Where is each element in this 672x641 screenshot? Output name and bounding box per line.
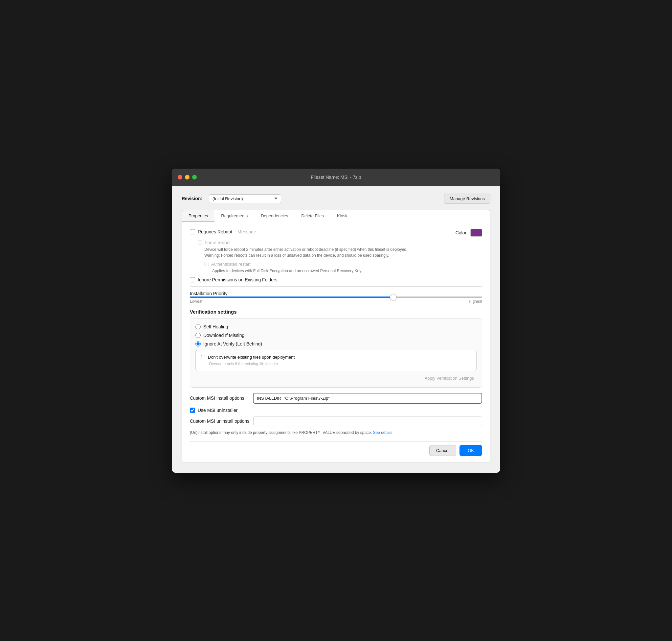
self-healing-label: Self Healing: [203, 324, 228, 329]
authenticated-restart-row: Authenticated restart: [204, 262, 482, 267]
traffic-lights: [178, 175, 197, 179]
authenticated-restart-checkbox[interactable]: [204, 262, 209, 266]
dont-overwrite-label: Don't overwrite existing files upon depl…: [208, 355, 295, 359]
revision-label: Revision:: [182, 196, 202, 201]
dont-overwrite-row: Don't overwrite existing files upon depl…: [201, 355, 471, 359]
use-msi-uninstaller-checkbox[interactable]: [190, 408, 195, 413]
priority-highest-label: Highest: [469, 299, 482, 304]
verification-title: Verification settings: [190, 309, 482, 315]
requires-reboot-checkbox[interactable]: [190, 229, 195, 234]
tab-content-properties: Requires Reboot Message... Color: Force …: [182, 222, 490, 463]
use-msi-uninstaller-row: Use MSI uninstaller: [190, 408, 482, 413]
ignore-at-verify-label: Ignore At Verify (Left Behind): [203, 341, 262, 346]
ignore-at-verify-radio[interactable]: [195, 341, 201, 346]
manage-revisions-button[interactable]: Manage Revisions: [444, 194, 490, 204]
footer-buttons: Cancel OK: [190, 441, 482, 456]
overwrite-box: Don't overwrite existing files upon depl…: [195, 350, 477, 371]
ok-button[interactable]: OK: [460, 445, 482, 456]
close-button[interactable]: [178, 175, 182, 179]
installation-priority-section: Installation Priority: Lowest Highest: [190, 290, 482, 304]
apply-btn-row: Apply Verification Settings: [195, 374, 477, 382]
verification-section: Verification settings Self Healing Downl…: [190, 309, 482, 387]
requires-reboot-group: Requires Reboot Message...: [190, 229, 263, 236]
verification-box: Self Healing Download If Missing Ignore …: [190, 318, 482, 387]
force-reboot-help1: Device will force reboot 2 minutes after…: [204, 247, 407, 252]
message-button[interactable]: Message...: [235, 229, 263, 234]
cancel-button[interactable]: Cancel: [429, 445, 456, 456]
color-label: Color:: [456, 230, 468, 235]
priority-slider-row: [190, 297, 482, 298]
titlebar: Fileset Name: MSI - 7zip: [172, 169, 500, 186]
download-if-missing-label: Download If Missing: [203, 333, 244, 338]
divider1: [190, 286, 482, 287]
force-reboot-help: Device will force reboot 2 minutes after…: [204, 247, 482, 258]
custom-msi-install-row: Custom MSI install options: [190, 393, 482, 404]
force-reboot-row: Force reboot: [198, 240, 482, 245]
apply-verification-button[interactable]: Apply Verification Settings: [422, 374, 477, 382]
custom-msi-uninstall-label: Custom MSI uninstall options: [190, 419, 249, 424]
force-reboot-checkbox[interactable]: [198, 240, 202, 245]
requires-reboot-label: Requires Reboot: [198, 229, 232, 234]
requires-reboot-color-row: Requires Reboot Message... Color:: [190, 229, 482, 237]
authenticated-restart-label: Authenticated restart: [211, 262, 251, 267]
force-reboot-label: Force reboot: [205, 240, 230, 245]
self-healing-radio[interactable]: [195, 324, 201, 329]
main-window: Fileset Name: MSI - 7zip Revision: (Init…: [172, 169, 500, 473]
see-details-link[interactable]: See details: [373, 430, 392, 435]
tabs-bar: Properties Requirements Dependencies Del…: [182, 210, 490, 222]
ignore-permissions-label: Ignore Permissions on Existing Folders: [198, 277, 278, 282]
self-healing-row: Self Healing: [195, 324, 477, 329]
revision-select[interactable]: (Initial Revision): [209, 194, 281, 203]
download-if-missing-radio[interactable]: [195, 333, 201, 338]
bottom-info: (Un)install options may only include pro…: [190, 430, 482, 435]
force-reboot-help2: Warning: Forced reboots can result in a …: [204, 253, 389, 258]
download-if-missing-row: Download If Missing: [195, 333, 477, 338]
ignore-permissions-row: Ignore Permissions on Existing Folders: [190, 277, 482, 282]
dont-overwrite-checkbox[interactable]: [201, 355, 205, 359]
minimize-button[interactable]: [185, 175, 190, 179]
custom-msi-install-input[interactable]: [253, 393, 482, 404]
maximize-button[interactable]: [192, 175, 197, 179]
tab-dependencies[interactable]: Dependencies: [254, 210, 295, 222]
color-swatch[interactable]: [470, 229, 482, 237]
tab-requirements[interactable]: Requirements: [214, 210, 254, 222]
requires-reboot-row: Requires Reboot Message...: [190, 229, 263, 234]
priority-lowest-label: Lowest: [190, 299, 202, 304]
window-title: Fileset Name: MSI - 7zip: [311, 175, 361, 180]
custom-msi-uninstall-row: Custom MSI uninstall options: [190, 416, 482, 426]
revision-row: Revision: (Initial Revision) Manage Revi…: [182, 194, 490, 204]
priority-slider[interactable]: [190, 297, 482, 298]
tab-kiosk[interactable]: Kiosk: [331, 210, 354, 222]
tab-delete-files[interactable]: Delete Files: [295, 210, 331, 222]
custom-msi-install-label: Custom MSI install options: [190, 395, 249, 401]
custom-msi-uninstall-input[interactable]: [253, 416, 482, 426]
ignore-permissions-checkbox[interactable]: [190, 277, 195, 282]
overwrite-only-older-label: Overwrite only if the existing file is o…: [209, 362, 471, 366]
content-area: Revision: (Initial Revision) Manage Revi…: [172, 186, 500, 473]
use-msi-uninstaller-label: Use MSI uninstaller: [198, 408, 237, 413]
color-group: Color:: [456, 229, 482, 237]
authenticated-restart-help: Applies to devices with Full Disk Encryp…: [212, 268, 482, 274]
ignore-at-verify-row: Ignore At Verify (Left Behind): [195, 341, 477, 346]
tab-properties[interactable]: Properties: [182, 210, 214, 222]
revision-selector-group: Revision: (Initial Revision): [182, 194, 281, 203]
